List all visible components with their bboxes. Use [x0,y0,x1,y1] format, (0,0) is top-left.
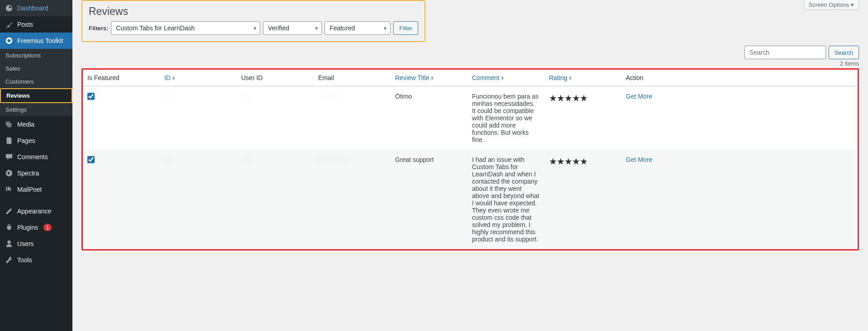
sidebar-label: MailPoet [17,186,42,193]
sidebar-item-posts[interactable]: Posts [0,16,72,33]
cell-email: ············ [318,93,339,100]
users-icon [5,239,14,248]
get-more-link[interactable]: Get More [626,93,652,100]
sidebar-item-spectra[interactable]: Spectra [0,165,72,181]
comments-icon [5,152,14,161]
featured-checkbox[interactable] [87,156,95,163]
sidebar-label: Posts [17,21,33,28]
sidebar-label: Media [17,121,34,128]
sidebar-item-mailpoet[interactable]: MailPoet [0,181,72,198]
screen-options-label: Screen Options [809,1,849,8]
sidebar-item-tools[interactable]: Tools [0,252,72,268]
tools-icon [5,255,14,265]
sidebar-label: Comments [17,153,48,161]
main-content: Screen Options ▾ Reviews Filters: Custom… [72,0,868,331]
sidebar-submenu-freemius: Subscriptions Sales Customers Reviews Se… [0,49,72,116]
items-count: 2 items [81,60,859,67]
sidebar-label: Pages [17,137,35,144]
sidebar-label: Users [17,240,34,247]
sort-icon: ▲▼ [568,76,572,81]
reviews-table: Is Featured ID▲▼ User ID Email Review Ti… [83,70,858,249]
filters-panel: Reviews Filters: Custom Tabs for LearnDa… [81,0,425,42]
filter-button[interactable]: Filter [393,21,418,35]
filter-featured-select[interactable]: Featured [324,21,391,35]
search-button[interactable]: Search [829,46,859,59]
sidebar-item-dashboard[interactable]: Dashboard [0,0,72,16]
mailpoet-icon [5,185,14,194]
reviews-table-wrap: Is Featured ID▲▼ User ID Email Review Ti… [81,68,859,251]
chevron-down-icon: ▾ [851,1,854,8]
sort-icon: ▲▼ [501,76,505,81]
sidebar-item-plugins[interactable]: Plugins 1 [0,219,72,236]
th-id[interactable]: ID▲▼ [160,70,237,86]
get-more-link[interactable]: Get More [626,156,652,163]
sidebar-item-comments[interactable]: Comments [0,149,72,165]
sidebar-item-appearance[interactable]: Appearance [0,203,72,219]
sidebar-label: Appearance [17,208,52,215]
th-action: Action [621,70,858,86]
screen-options-toggle[interactable]: Screen Options ▾ [804,0,859,10]
sidebar-sub-customers[interactable]: Customers [0,75,72,88]
appearance-icon [5,207,14,216]
filter-plugin-select[interactable]: Custom Tabs for LearnDash [111,21,260,35]
sidebar-label: Dashboard [17,5,48,12]
rating-stars: ★★★★★ [549,93,587,103]
rating-stars: ★★★★★ [549,156,587,166]
media-icon [5,120,14,129]
table-row: ···························Great support… [83,150,858,249]
sidebar-label: Plugins [17,224,38,231]
cell-email: ·················· [318,156,350,163]
sidebar-item-users[interactable]: Users [0,236,72,252]
freemius-icon [5,36,14,45]
filters-label: Filters: [89,25,108,32]
sidebar-sub-reviews[interactable]: Reviews [0,88,72,103]
svg-point-1 [7,39,10,42]
cell-title: Great support [391,150,467,249]
plugins-icon [5,223,14,232]
page-title: Reviews [89,5,418,18]
th-rating[interactable]: Rating▲▼ [544,70,621,86]
filter-status-select[interactable]: Verified [263,21,322,35]
sidebar-label: Freemius Toolkit [17,37,63,44]
update-count-badge: 1 [43,224,52,231]
table-row: ·····················ÓtimoFuncionou bem … [83,86,858,150]
search-row: Search [81,46,859,59]
cell-id: ···· [164,93,172,100]
sidebar-sub-sales[interactable]: Sales [0,62,72,75]
cell-user-id: ····· [241,93,250,100]
cell-title: Ótimo [391,86,467,150]
sidebar-sub-subscriptions[interactable]: Subscriptions [0,49,72,62]
th-review-title[interactable]: Review Title▲▼ [391,70,467,86]
th-email: Email [314,70,391,86]
sidebar-label: Tools [17,256,32,264]
filters-row: Filters: Custom Tabs for LearnDash Verif… [89,21,418,35]
sidebar-item-media[interactable]: Media [0,116,72,132]
th-is-featured: Is Featured [83,70,160,86]
featured-checkbox[interactable] [87,93,95,100]
pin-icon [5,20,14,29]
sidebar-item-freemius[interactable]: Freemius Toolkit [0,33,72,49]
sidebar-item-pages[interactable]: Pages [0,132,72,149]
pages-icon [5,136,14,145]
sort-icon: ▲▼ [430,76,434,81]
dashboard-icon [5,4,14,13]
sort-icon: ▲▼ [172,76,176,81]
cell-user-id: ····· [241,156,250,163]
cell-comment: Funcionou bem para as minhas necessidade… [467,86,544,150]
th-user-id: User ID [237,70,314,86]
sidebar-label: Spectra [17,170,39,177]
cell-id: ···· [164,156,172,163]
search-input[interactable] [744,46,826,59]
th-comment[interactable]: Comment▲▼ [467,70,544,86]
admin-sidebar: Dashboard Posts Freemius Toolkit Subscri… [0,0,72,331]
cell-comment: I had an issue with Custom Tabs for Lear… [467,150,544,249]
spectra-icon [5,169,14,178]
sidebar-sub-settings[interactable]: Settings [0,103,72,116]
